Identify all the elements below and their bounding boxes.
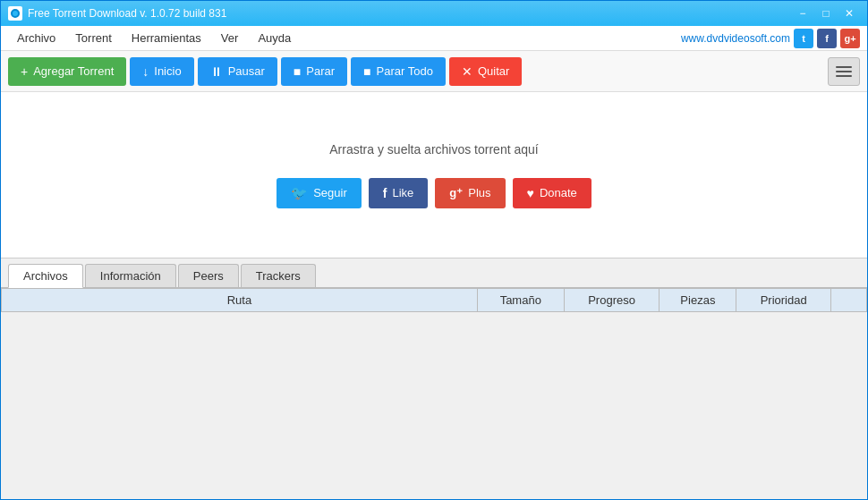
googleplus-icon: g⁺ (449, 186, 463, 199)
menu-torrent[interactable]: Torrent (66, 28, 120, 48)
col-prioridad: Prioridad (736, 289, 831, 312)
facebook-icon: f (383, 186, 387, 200)
col-tamano: Tamaño (477, 289, 564, 312)
title-bar-controls: − □ ✕ (792, 5, 860, 21)
quit-icon: ✕ (462, 64, 472, 79)
stop-button[interactable]: ■ Parar (281, 57, 347, 86)
file-table: Ruta Tamaño Progreso Piezas Prioridad (1, 288, 867, 312)
minimize-button[interactable]: − (792, 5, 813, 21)
tab-trackers[interactable]: Trackers (241, 264, 316, 287)
hamburger-line-2 (836, 71, 852, 72)
pause-icon: ⏸ (210, 64, 223, 79)
col-piezas: Piezas (660, 289, 736, 312)
add-torrent-button[interactable]: + Agregar Torrent (8, 57, 126, 86)
start-button[interactable]: ↓ Inicio (130, 57, 193, 86)
menu-right: www.dvdvideosoft.com t f g+ (681, 29, 860, 48)
menu-bar: Archivo Torrent Herramientas Ver Auyda w… (1, 26, 867, 51)
tab-archivos[interactable]: Archivos (8, 264, 83, 288)
bottom-panel: Archivos Información Peers Trackers Ruta… (1, 258, 867, 500)
tab-peers[interactable]: Peers (178, 264, 239, 287)
app-icon (8, 6, 22, 21)
download-icon: ↓ (142, 64, 149, 79)
hamburger-line-3 (836, 75, 852, 77)
social-row: 🐦 Seguir f Like g⁺ Plus ♥ Donate (277, 178, 591, 208)
title-text: Free Torrent Download v. 1.0.72 build 83… (28, 7, 226, 20)
col-progreso: Progreso (564, 289, 660, 312)
googleplus-social-button[interactable]: g+ (840, 29, 860, 48)
heart-icon: ♥ (527, 186, 534, 200)
twitter-social-button[interactable]: t (794, 29, 813, 48)
col-extra (831, 289, 867, 312)
tab-informacion[interactable]: Información (85, 264, 176, 287)
facebook-like-button[interactable]: f Like (369, 178, 429, 208)
drop-text: Arrastra y suelta archivos torrent aquí (329, 142, 538, 157)
website-link[interactable]: www.dvdvideosoft.com (681, 32, 790, 45)
menu-items: Archivo Torrent Herramientas Ver Auyda (8, 28, 300, 48)
hamburger-line-1 (836, 66, 852, 68)
stop-icon: ■ (294, 64, 301, 79)
stop-all-button[interactable]: ■ Parar Todo (351, 57, 446, 86)
close-button[interactable]: ✕ (838, 5, 860, 21)
plus-icon: + (21, 64, 28, 79)
hamburger-button[interactable] (828, 57, 860, 86)
menu-archivo[interactable]: Archivo (8, 28, 64, 48)
quit-button[interactable]: ✕ Quitar (449, 57, 522, 86)
facebook-social-button[interactable]: f (817, 29, 837, 48)
main-content: Arrastra y suelta archivos torrent aquí … (1, 92, 867, 258)
maximize-button[interactable]: □ (815, 5, 837, 21)
table-area: Ruta Tamaño Progreso Piezas Prioridad (1, 288, 867, 312)
stop-all-icon: ■ (363, 64, 370, 79)
menu-ver[interactable]: Ver (212, 28, 248, 48)
twitter-bird-icon: 🐦 (291, 185, 308, 201)
col-ruta: Ruta (2, 289, 478, 312)
title-bar-left: Free Torrent Download v. 1.0.72 build 83… (8, 6, 226, 21)
donate-button[interactable]: ♥ Donate (513, 178, 591, 208)
tabs: Archivos Información Peers Trackers (1, 258, 867, 288)
title-bar: Free Torrent Download v. 1.0.72 build 83… (1, 1, 867, 26)
menu-herramientas[interactable]: Herramientas (123, 28, 210, 48)
googleplus-button[interactable]: g⁺ Plus (435, 178, 505, 208)
twitter-follow-button[interactable]: 🐦 Seguir (277, 178, 362, 208)
menu-auyda[interactable]: Auyda (249, 28, 300, 48)
pause-button[interactable]: ⏸ Pausar (198, 57, 277, 86)
toolbar: + Agregar Torrent ↓ Inicio ⏸ Pausar ■ Pa… (1, 51, 867, 92)
